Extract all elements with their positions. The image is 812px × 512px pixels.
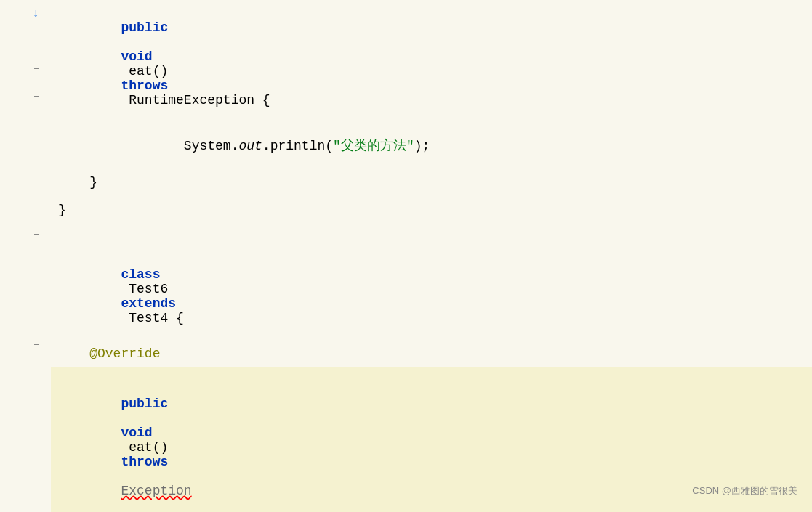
code-line-8: @Override [51, 340, 812, 367]
keyword-extends: extends [121, 296, 176, 311]
string-chinese: "父类的方法" [333, 139, 414, 153]
keyword-public: public [121, 20, 168, 35]
code-line-2: System.out.println("父类的方法"); [51, 122, 812, 168]
code-line-empty-1 [51, 224, 812, 238]
code-text: public void eat() throws RuntimeExceptio… [58, 6, 270, 122]
exception-name: Exception [121, 484, 191, 498]
keyword-void-2: void [121, 426, 152, 440]
watermark: CSDN @西雅图的雪很美 [692, 484, 797, 497]
watermark-text: CSDN @西雅图的雪很美 [692, 485, 797, 496]
code-text-2: System.out.println("父类的方法"); [58, 122, 430, 168]
keyword-throws-2: throws [121, 455, 168, 469]
code-line-empty-2 [51, 238, 812, 253]
keyword-throws-1: throws [121, 78, 168, 93]
keyword-class: class [121, 267, 160, 282]
keyword-public-2: public [121, 397, 168, 411]
code-line-3: } [51, 168, 812, 196]
code-line-4: } [51, 196, 812, 224]
code-editor: ↓ − − − − − − public [0, 0, 812, 512]
code-area: public void eat() throws RuntimeExceptio… [0, 0, 812, 512]
code-line-7: class Test6 extends Test4 { [51, 253, 812, 340]
out-italic: out [238, 139, 262, 153]
code-line-1: public void eat() throws RuntimeExceptio… [51, 6, 812, 122]
annotation-override: @Override [89, 346, 160, 361]
code-text-7: class Test6 extends Test4 { [58, 253, 184, 340]
code-text-9: public void eat() throws Exception { [58, 367, 192, 512]
keyword-void: void [121, 49, 152, 64]
